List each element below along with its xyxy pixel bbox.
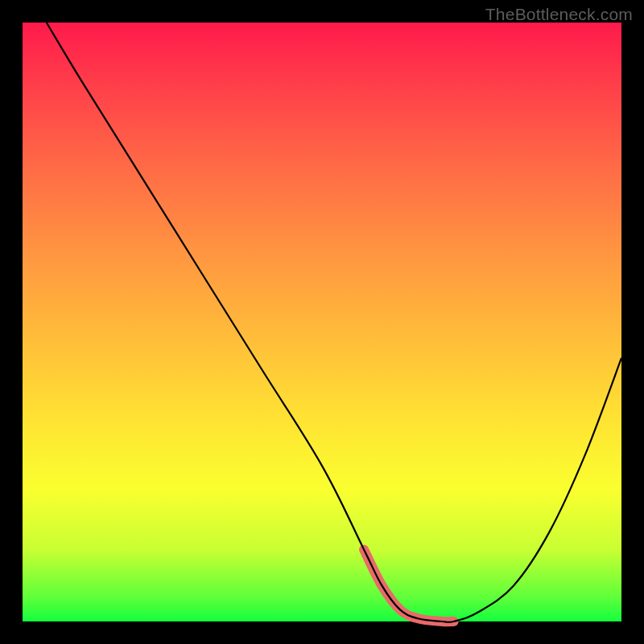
bottleneck-curve xyxy=(47,23,621,622)
plot-area xyxy=(23,23,621,621)
chart-svg xyxy=(23,23,621,621)
highlight-segment xyxy=(364,550,454,622)
watermark-text: TheBottleneck.com xyxy=(485,5,633,24)
chart-frame: TheBottleneck.com xyxy=(0,0,644,644)
